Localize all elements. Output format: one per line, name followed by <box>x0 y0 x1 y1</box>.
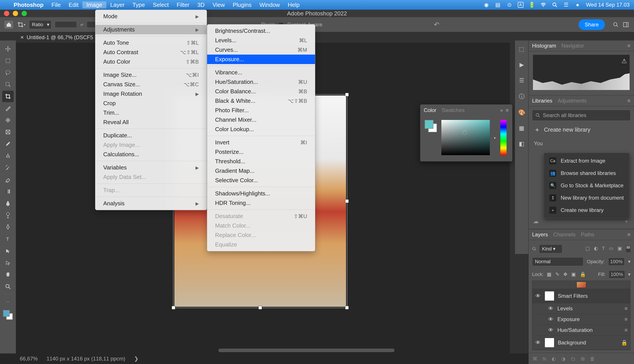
visibility-toggle[interactable]: 👁 <box>535 293 541 299</box>
menu-item-levels-[interactable]: Levels...⌘L <box>207 36 315 45</box>
cloud-sync-icon[interactable]: ☁ <box>533 218 539 225</box>
menu-item-crop[interactable]: Crop <box>95 98 207 108</box>
keyboard-icon[interactable]: A <box>518 2 524 8</box>
layer-fx-icon[interactable]: fx <box>543 356 546 362</box>
eraser-tool[interactable] <box>2 174 14 185</box>
menu-item-black-white-[interactable]: Black & White...⌥⇧⌘B <box>207 96 315 106</box>
menu-item-calculations-[interactable]: Calculations... <box>95 150 207 159</box>
filter-adjustment-icon[interactable]: ◐ <box>594 246 598 252</box>
lock-transparency-icon[interactable]: ▩ <box>547 272 552 277</box>
menu-item-exposure-[interactable]: Exposure... <box>207 54 315 64</box>
link-layers-icon[interactable]: ⌘ <box>532 356 537 362</box>
lock-image-icon[interactable]: ✎ <box>556 272 559 277</box>
maximize-window-button[interactable] <box>22 11 27 16</box>
create-library-button[interactable]: ＋ Create new library <box>532 121 630 139</box>
swatches-tab[interactable]: Swatches <box>442 107 464 116</box>
opacity-input[interactable]: 100% <box>608 258 624 266</box>
menu-item-image-rotation[interactable]: Image Rotation▶ <box>95 89 207 98</box>
type-tool[interactable]: T <box>2 233 14 245</box>
crop-tool-icon[interactable]: ▾ <box>17 21 26 28</box>
smart-object-thumb[interactable] <box>576 282 586 288</box>
delete-layer-icon[interactable]: 🗑 <box>590 356 595 362</box>
swatches-panel-icon[interactable]: 🎨 <box>518 109 525 116</box>
filter-shape-icon[interactable]: ▭ <box>609 246 614 252</box>
lib-ctx-go-to-stock-marketplace[interactable]: 🔍Go to Stock & Marketplace <box>544 179 630 192</box>
menu-type[interactable]: Type <box>128 2 149 8</box>
panel-menu-icon[interactable]: ≡ <box>506 107 509 116</box>
menu-item-shadows-highlights-[interactable]: Shadows/Highlights... <box>207 189 315 198</box>
lock-position-icon[interactable]: ✥ <box>563 272 567 277</box>
filter-blending-icon[interactable]: ≡ <box>624 327 628 333</box>
menu-edit[interactable]: Edit <box>65 2 82 8</box>
zoom-level[interactable]: 66,67% <box>20 356 38 362</box>
spot-healing-tool[interactable] <box>2 114 14 126</box>
menu-item-mode[interactable]: Mode▶ <box>95 12 207 21</box>
filter-toggle[interactable] <box>626 246 630 252</box>
crop-tool[interactable] <box>2 91 14 102</box>
lock-all-icon[interactable]: 🔒 <box>580 272 586 277</box>
sliders-panel-icon[interactable]: ☰ <box>519 77 524 84</box>
menu-item-posterize-[interactable]: Posterize... <box>207 147 315 157</box>
history-brush-tool[interactable] <box>2 162 14 174</box>
blend-mode-dropdown[interactable]: Normal <box>532 257 583 266</box>
frame-tool[interactable] <box>2 126 14 138</box>
edit-toolbar[interactable]: ⋯ <box>2 296 14 308</box>
menu-item-canvas-size-[interactable]: Canvas Size...⌥⌘C <box>95 80 207 89</box>
menu-item-invert[interactable]: Invert⌘I <box>207 138 315 147</box>
menu-item-image-size-[interactable]: Image Size...⌥⌘I <box>95 70 207 80</box>
menu-3d[interactable]: 3D <box>193 2 208 8</box>
zoom-tool[interactable] <box>2 281 14 292</box>
menu-item-auto-color[interactable]: Auto Color⇧⌘B <box>95 57 207 66</box>
fill-input[interactable]: 100% <box>609 270 625 278</box>
menu-item-analysis[interactable]: Analysis▶ <box>95 199 207 208</box>
lock-artboard-icon[interactable]: ▣ <box>571 272 576 277</box>
ratio-w-input[interactable] <box>55 21 77 28</box>
control-center-icon[interactable]: ☰ <box>563 2 569 8</box>
navigator-tab[interactable]: Navigator <box>561 43 584 51</box>
horizontal-scrollbar[interactable] <box>218 348 394 352</box>
menu-item-variables[interactable]: Variables▶ <box>95 163 207 172</box>
properties-panel-icon[interactable]: ⬚ <box>519 46 524 52</box>
menu-image[interactable]: Image <box>82 2 106 8</box>
reset-icon[interactable]: ↶ <box>434 21 440 28</box>
clone-stamp-tool[interactable] <box>2 150 14 162</box>
share-button[interactable]: Share <box>578 19 605 30</box>
layer-levels[interactable]: 👁Levels≡ <box>532 303 630 314</box>
siri-icon[interactable]: ● <box>574 2 581 8</box>
menubar-datetime[interactable]: Wed 14 Sep 17.03 <box>586 2 630 8</box>
search-icon[interactable] <box>613 22 618 28</box>
layers-tab[interactable]: Layers <box>532 232 548 240</box>
menu-filter[interactable]: Filter <box>172 2 193 8</box>
doc-dimensions[interactable]: 1140 px x 1416 px (118,11 ppcm) <box>46 356 125 362</box>
libraries-tab[interactable]: Libraries <box>532 98 552 106</box>
blur-tool[interactable] <box>2 198 14 209</box>
menu-item-adjustments[interactable]: Adjustments▶ <box>95 25 207 34</box>
cc-icon[interactable]: ◉ <box>484 2 490 8</box>
menu-help[interactable]: Help <box>284 2 303 8</box>
lasso-tool[interactable] <box>2 67 14 78</box>
filter-blending-icon[interactable]: ≡ <box>624 316 628 322</box>
lib-ctx-browse-shared-libraries[interactable]: 👥Browse shared libraries <box>544 167 630 179</box>
foreground-background-colors[interactable] <box>3 310 13 320</box>
color-panel[interactable]: Color Swatches » ≡ ▸ <box>420 104 512 162</box>
menu-item-gradient-map-[interactable]: Gradient Map... <box>207 166 315 176</box>
visibility-toggle[interactable]: 👁 <box>548 316 554 322</box>
menu-item-hdr-toning-[interactable]: HDR Toning... <box>207 198 315 208</box>
library-search-input[interactable]: Search all libraries <box>532 110 630 121</box>
filter-blending-icon[interactable]: ≡ <box>624 306 628 312</box>
menu-window[interactable]: Window <box>256 2 284 8</box>
info-panel-icon[interactable]: ⓘ <box>519 93 524 100</box>
menu-item-trim-[interactable]: Trim... <box>95 108 207 118</box>
histogram-warning-icon[interactable]: ⚠ <box>622 58 627 65</box>
menu-layer[interactable]: Layer <box>106 2 128 8</box>
layer-mask-icon[interactable]: ◐ <box>552 356 556 362</box>
hand-tool[interactable] <box>2 269 14 280</box>
filter-smart-icon[interactable]: ▣ <box>618 246 622 252</box>
lib-ctx-create-new-library[interactable]: ＋Create new library <box>544 204 630 216</box>
filter-pixel-icon[interactable]: ▢ <box>585 246 590 252</box>
wifi-icon[interactable] <box>540 2 546 8</box>
marquee-tool[interactable] <box>2 55 14 66</box>
menu-item-brightness-contrast-[interactable]: Brightness/Contrast... <box>207 26 315 36</box>
menu-plugins[interactable]: Plugins <box>229 2 255 8</box>
layer-hue-saturation[interactable]: 👁Hue/Saturation≡ <box>532 325 630 336</box>
